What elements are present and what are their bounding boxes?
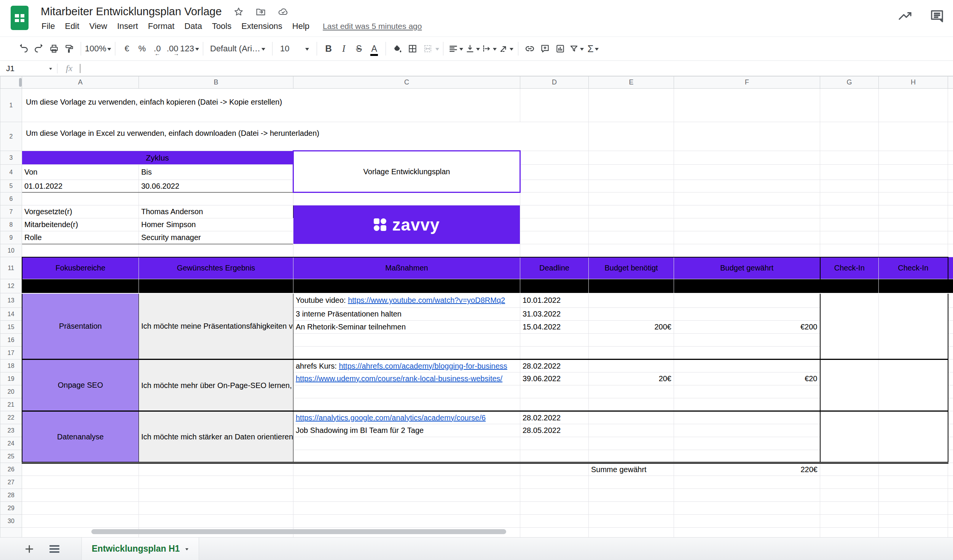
row-header[interactable]: 2	[0, 122, 22, 151]
text-wrapping-button[interactable]	[481, 40, 497, 57]
cell-goal-3[interactable]: Ich möchte mich stärker an Daten orienti…	[139, 411, 293, 463]
cell[interactable]	[948, 411, 953, 424]
cell[interactable]	[520, 463, 589, 476]
cell-template-box[interactable]: Vorlage Entwicklungsplan	[293, 151, 520, 192]
cell-hint-focus[interactable]: Bitte definiere bis zu 3	[22, 279, 139, 293]
format-percent-button[interactable]: %	[134, 40, 150, 57]
italic-button[interactable]: I	[336, 40, 351, 57]
cell[interactable]	[879, 463, 948, 476]
menu-insert[interactable]: Insert	[112, 20, 143, 33]
cell[interactable]	[948, 321, 953, 334]
cell[interactable]	[589, 165, 674, 180]
cell[interactable]	[820, 89, 879, 122]
cell-focus-3[interactable]: Datenanalyse	[22, 411, 139, 463]
cloud-saved-icon[interactable]	[277, 6, 289, 17]
cell-header-focus[interactable]: Fokusbereiche	[22, 257, 139, 279]
row-header[interactable]: 9	[0, 231, 22, 244]
row-header[interactable]: 18	[0, 360, 22, 372]
cell[interactable]	[589, 192, 674, 205]
bold-button[interactable]: B	[321, 40, 336, 57]
cell[interactable]	[293, 437, 520, 450]
cell-cycle-title[interactable]: Zyklus	[22, 151, 293, 165]
column-header-h[interactable]: H	[879, 76, 948, 89]
paint-format-button[interactable]	[62, 40, 77, 57]
cell-budget-needed[interactable]	[589, 424, 674, 437]
cell[interactable]	[879, 218, 948, 231]
cell[interactable]	[520, 476, 589, 489]
cell[interactable]	[948, 293, 953, 308]
select-all-corner[interactable]	[0, 76, 22, 89]
cell-budget-needed[interactable]: 200€	[589, 321, 674, 334]
cell[interactable]	[674, 334, 820, 347]
cell[interactable]	[520, 165, 589, 180]
cell-checkin[interactable]	[879, 360, 948, 411]
cell[interactable]	[293, 398, 520, 411]
add-sheet-icon[interactable]	[24, 543, 35, 555]
text-rotation-button[interactable]	[497, 40, 514, 57]
undo-button[interactable]	[16, 40, 31, 57]
create-filter-button[interactable]	[568, 40, 585, 57]
horizontal-scrollbar[interactable]	[91, 529, 506, 534]
all-sheets-icon[interactable]	[49, 545, 59, 553]
last-edit-link[interactable]: Last edit was 5 minutes ago	[323, 22, 422, 31]
cell-from-label[interactable]: Von	[22, 165, 139, 180]
cell[interactable]	[520, 347, 589, 360]
cell[interactable]	[948, 437, 953, 450]
cell[interactable]	[520, 205, 589, 218]
cell-deadline[interactable]: 15.04.2022	[520, 321, 589, 334]
revision-history-icon[interactable]	[897, 8, 913, 24]
cell[interactable]	[820, 218, 879, 231]
cell-budget-granted[interactable]	[674, 424, 820, 437]
cell[interactable]	[948, 334, 953, 347]
cell-header-measures[interactable]: Maßnahmen	[293, 257, 520, 279]
cell[interactable]	[948, 385, 953, 398]
cell[interactable]	[293, 334, 520, 347]
cell[interactable]	[139, 476, 293, 489]
row-header[interactable]: 3	[0, 151, 22, 165]
cell-budget-needed[interactable]: 20€	[589, 372, 674, 385]
cell-supervisor-label[interactable]: Vorgesetzte(r)	[22, 205, 139, 218]
cell-checkin[interactable]	[820, 411, 879, 463]
row-header[interactable]: 28	[0, 489, 22, 502]
cell[interactable]	[589, 151, 674, 165]
cell[interactable]	[879, 476, 948, 489]
formula-input-cursor[interactable]	[80, 64, 80, 73]
cell[interactable]	[820, 151, 879, 165]
cell[interactable]	[22, 489, 139, 502]
row-header[interactable]: 22	[0, 411, 22, 424]
cell-checkin[interactable]	[879, 411, 948, 463]
cell-employee[interactable]: Homer Simpson	[139, 218, 293, 231]
cell-budget-granted[interactable]: €200	[674, 321, 820, 334]
measure-link[interactable]: https://ahrefs.com/academy/blogging-for-…	[339, 362, 507, 370]
menu-view[interactable]: View	[84, 20, 112, 33]
cell[interactable]	[948, 257, 953, 279]
star-icon[interactable]	[233, 6, 244, 17]
zoom-select[interactable]: 100%	[85, 40, 111, 57]
cell-measure[interactable]: An Rhetorik-Seminar teilnehmen	[293, 321, 520, 334]
cell-measure[interactable]: Job Shadowing im BI Team für 2 Tage	[293, 424, 520, 437]
font-select[interactable]: Default (Ari…	[207, 40, 268, 57]
row-header[interactable]: 15	[0, 321, 22, 334]
cell-budget-granted[interactable]: €20	[674, 372, 820, 385]
cell[interactable]	[879, 122, 948, 151]
cell[interactable]	[879, 528, 948, 538]
cell[interactable]	[820, 515, 879, 528]
row-header[interactable]: 25	[0, 450, 22, 463]
cell[interactable]	[879, 489, 948, 502]
cell[interactable]	[520, 151, 589, 165]
cell[interactable]	[589, 122, 674, 151]
cell[interactable]	[589, 218, 674, 231]
cell-from-date[interactable]: 01.01.2022	[22, 180, 139, 192]
cell[interactable]	[674, 502, 820, 515]
cell[interactable]	[820, 502, 879, 515]
cell[interactable]	[948, 489, 953, 502]
cell[interactable]	[820, 122, 879, 151]
cell[interactable]	[293, 385, 520, 398]
text-color-button[interactable]: A	[367, 40, 382, 57]
cell-budget-needed[interactable]	[589, 293, 674, 308]
cell-hint-budget-granted[interactable]: (wird von Personalabteilung ausgefüllt)	[674, 279, 820, 293]
cell[interactable]	[948, 192, 953, 205]
fill-color-button[interactable]	[390, 40, 405, 57]
cell[interactable]	[589, 231, 674, 244]
cell[interactable]	[520, 231, 589, 244]
